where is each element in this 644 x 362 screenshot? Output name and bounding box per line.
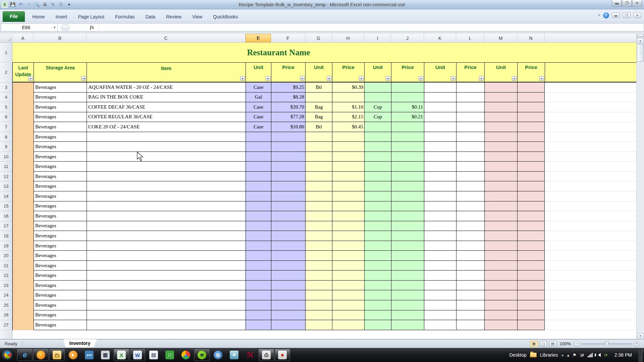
column-header-J[interactable]: J [391, 34, 424, 42]
workbook-minimize-button[interactable]: ▬ [612, 13, 620, 18]
cell-I20[interactable] [364, 251, 391, 261]
header-price-4[interactable]: Price▼ [456, 62, 484, 82]
cell-C22[interactable] [87, 270, 246, 281]
cell-I7[interactable] [364, 122, 391, 132]
cell-F10[interactable] [271, 152, 305, 162]
header-storage-area[interactable]: Storage Area ↓▼ [34, 62, 87, 82]
cell-H26[interactable] [332, 310, 364, 320]
row-header-16[interactable]: 16 [0, 211, 12, 221]
row-header-2[interactable]: 2 [0, 62, 12, 82]
help-icon[interactable]: ? [603, 12, 609, 18]
cell-G15[interactable] [305, 201, 332, 212]
cell-K19[interactable] [424, 241, 456, 251]
cell-M22[interactable] [484, 270, 517, 281]
cell-C25[interactable] [87, 300, 246, 310]
cell-K7[interactable] [424, 122, 456, 132]
cell-H10[interactable] [332, 152, 364, 162]
select-all-corner[interactable] [0, 34, 12, 42]
filter-icon[interactable]: ▼ [386, 76, 390, 81]
cell-G6[interactable]: Bag [305, 112, 332, 122]
cell-I11[interactable] [364, 162, 391, 172]
ribbon-tab-insert[interactable]: Insert [50, 12, 72, 22]
cell-I12[interactable] [364, 172, 391, 182]
cell-J5[interactable]: $0.11 [391, 102, 424, 112]
cell-A11[interactable] [12, 162, 34, 172]
filter-icon[interactable]: ▼ [512, 76, 517, 81]
cell-C9[interactable] [87, 142, 246, 152]
cell-A12[interactable] [12, 172, 34, 182]
vertical-scrollbar[interactable]: ▲ ≡ ▼ [636, 34, 644, 339]
cell-G23[interactable] [305, 281, 332, 291]
start-button[interactable] [1, 349, 14, 361]
cell-N9[interactable] [517, 142, 545, 152]
cell-F11[interactable] [271, 162, 305, 172]
cell-M6[interactable] [484, 112, 517, 122]
name-box-dropdown-icon[interactable]: ▼ [51, 26, 57, 29]
cell-B23[interactable]: Beverages [34, 281, 87, 291]
cell-L27[interactable] [456, 320, 484, 330]
cell-E10[interactable] [246, 152, 271, 162]
row-header-18[interactable]: 18 [0, 231, 12, 241]
cell-M26[interactable] [484, 310, 517, 320]
cell-H19[interactable] [332, 241, 364, 251]
show-hidden-icons-icon[interactable]: ▴ [567, 353, 570, 358]
cell-I4[interactable] [364, 93, 391, 103]
column-header-H[interactable]: H [332, 34, 364, 42]
cell-J21[interactable] [391, 261, 424, 271]
cell-C10[interactable] [87, 152, 246, 162]
cell-I23[interactable] [364, 281, 391, 291]
cell-I24[interactable] [364, 290, 391, 300]
ribbon-tab-view[interactable]: View [187, 12, 208, 22]
cell-L8[interactable] [456, 132, 484, 142]
taskbar-button-spotify[interactable]: ≋ [194, 349, 210, 361]
row-header-10[interactable]: 10 [0, 152, 12, 162]
cell-N21[interactable] [517, 261, 545, 271]
page-layout-view-button[interactable]: ▢ [540, 341, 547, 347]
cell-C8[interactable] [87, 132, 246, 142]
ribbon-tab-home[interactable]: Home [27, 12, 50, 22]
cell-L5[interactable] [456, 102, 484, 112]
cell-J25[interactable] [391, 300, 424, 310]
cell-E25[interactable] [246, 300, 271, 310]
cell-J15[interactable] [391, 201, 424, 212]
cell-L10[interactable] [456, 152, 484, 162]
header-unit-2[interactable]: Unit▼ [305, 62, 332, 82]
cell-F9[interactable] [271, 142, 305, 152]
header-unit-5[interactable]: Unit▼ [484, 62, 517, 82]
cell-M17[interactable] [484, 221, 517, 231]
taskbar-button-excel[interactable]: X [114, 349, 129, 361]
row-header-27[interactable]: 27 [0, 320, 12, 330]
cell-A10[interactable] [12, 152, 34, 162]
cell-H12[interactable] [332, 172, 364, 182]
cell-I22[interactable] [364, 270, 391, 281]
cell-M10[interactable] [484, 152, 517, 162]
column-header-E[interactable]: E [246, 34, 271, 42]
cell-J14[interactable] [391, 191, 424, 201]
cell-A5[interactable] [12, 102, 34, 112]
cell-J16[interactable] [391, 211, 424, 221]
row-header-22[interactable]: 22 [0, 270, 12, 281]
row-header-9[interactable]: 9 [0, 142, 12, 152]
cell-I5[interactable]: Cup [364, 102, 391, 112]
zoom-in-icon[interactable]: + [634, 341, 639, 347]
cell-A3[interactable] [12, 82, 34, 93]
cell-M5[interactable] [484, 102, 517, 112]
cell-J27[interactable] [391, 320, 424, 330]
cell-L14[interactable] [456, 191, 484, 201]
row-header-4[interactable]: 4 [0, 93, 12, 103]
filter-icon[interactable]: ▼ [359, 76, 364, 81]
cell-M4[interactable] [484, 93, 517, 103]
cell-B26[interactable]: Beverages [34, 310, 87, 320]
cell-F6[interactable]: $77.28 [271, 112, 305, 122]
row-header-26[interactable]: 26 [0, 310, 12, 320]
vertical-scroll-thumb[interactable]: ≡ [637, 44, 644, 62]
customize-quick-access-icon[interactable]: ▾ [66, 1, 72, 8]
split-handle[interactable] [637, 34, 644, 37]
cell-G18[interactable] [305, 231, 332, 241]
cell-N24[interactable] [517, 290, 545, 300]
cell-E14[interactable] [246, 191, 271, 201]
title-band[interactable]: Restaurant Name [12, 43, 636, 62]
insert-function-icon[interactable]: fx [70, 24, 99, 30]
header-unit-1[interactable]: Unit▼ [246, 62, 271, 82]
filter-icon[interactable]: ▼ [327, 76, 331, 81]
